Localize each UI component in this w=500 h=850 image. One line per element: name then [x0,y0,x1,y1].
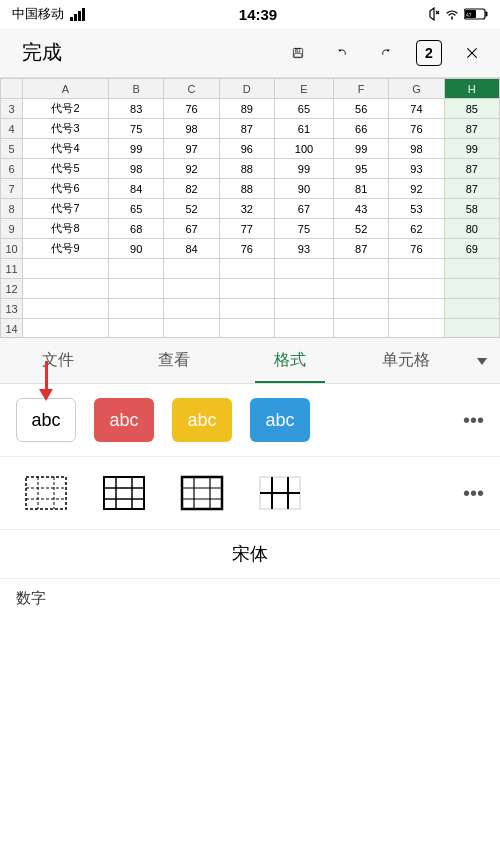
table-cell[interactable] [389,279,444,299]
table-cell[interactable] [23,299,109,319]
table-cell[interactable]: 代号2 [23,99,109,119]
style-yellow-button[interactable]: abc [172,398,232,442]
table-cell[interactable] [274,259,333,279]
table-cell[interactable]: 67 [164,219,219,239]
table-cell[interactable]: 90 [274,179,333,199]
table-cell[interactable]: 100 [274,139,333,159]
table-cell[interactable]: 98 [164,119,219,139]
table-cell[interactable]: 81 [334,179,389,199]
table-cell[interactable] [109,259,164,279]
table-cell[interactable]: 88 [219,179,274,199]
table-cell[interactable]: 代号7 [23,199,109,219]
table-cell[interactable]: 68 [109,219,164,239]
table-cell[interactable]: 95 [334,159,389,179]
table-cell[interactable] [334,299,389,319]
table-cell[interactable]: 69 [444,239,499,259]
table-cell[interactable] [274,319,333,339]
table-cell[interactable]: 代号9 [23,239,109,259]
tab-文件[interactable]: 文件 [0,338,116,383]
table-cell[interactable]: 代号8 [23,219,109,239]
border-more-button[interactable]: ••• [463,482,484,505]
table-cell[interactable] [274,299,333,319]
table-cell[interactable]: 98 [109,159,164,179]
table-cell[interactable]: 99 [274,159,333,179]
table-cell[interactable]: 52 [164,199,219,219]
table-cell[interactable]: 80 [444,219,499,239]
table-cell[interactable] [219,299,274,319]
table-cell[interactable] [334,279,389,299]
table-cell[interactable]: 61 [274,119,333,139]
table-cell[interactable]: 65 [274,99,333,119]
table-cell[interactable]: 76 [164,99,219,119]
undo-button[interactable] [328,39,356,67]
table-cell[interactable]: 99 [109,139,164,159]
table-cell[interactable]: 87 [444,119,499,139]
close-button[interactable] [458,39,486,67]
table-cell[interactable] [23,259,109,279]
table-cell[interactable]: 93 [274,239,333,259]
table-cell[interactable]: 76 [219,239,274,259]
table-cell[interactable]: 97 [164,139,219,159]
table-cell[interactable] [164,299,219,319]
table-cell[interactable] [444,299,499,319]
table-cell[interactable]: 56 [334,99,389,119]
table-cell[interactable]: 77 [219,219,274,239]
border-inner-button[interactable] [94,471,154,515]
style-plain-button[interactable]: abc [16,398,76,442]
table-cell[interactable]: 96 [219,139,274,159]
table-cell[interactable]: 87 [444,179,499,199]
tab-单元格[interactable]: 单元格 [348,338,464,383]
table-cell[interactable] [444,259,499,279]
table-cell[interactable]: 84 [109,179,164,199]
table-cell[interactable]: 99 [444,139,499,159]
table-cell[interactable]: 85 [444,99,499,119]
table-cell[interactable] [389,299,444,319]
tab-格式[interactable]: 格式 [232,338,348,383]
table-cell[interactable]: 76 [389,119,444,139]
table-cell[interactable]: 76 [389,239,444,259]
table-cell[interactable]: 89 [219,99,274,119]
table-cell[interactable]: 53 [389,199,444,219]
table-cell[interactable] [164,259,219,279]
table-cell[interactable]: 67 [274,199,333,219]
table-cell[interactable]: 32 [219,199,274,219]
table-cell[interactable] [109,319,164,339]
table-cell[interactable] [23,319,109,339]
table-cell[interactable]: 65 [109,199,164,219]
table-cell[interactable] [389,319,444,339]
table-cell[interactable] [389,259,444,279]
table-cell[interactable] [274,279,333,299]
table-cell[interactable]: 82 [164,179,219,199]
table-cell[interactable]: 98 [389,139,444,159]
tab-查看[interactable]: 查看 [116,338,232,383]
table-cell[interactable]: 52 [334,219,389,239]
table-cell[interactable]: 93 [389,159,444,179]
table-cell[interactable]: 83 [109,99,164,119]
style-blue-button[interactable]: abc [250,398,310,442]
table-cell[interactable] [23,279,109,299]
table-cell[interactable] [109,279,164,299]
done-button[interactable]: 完成 [14,35,70,70]
table-cell[interactable]: 99 [334,139,389,159]
table-cell[interactable] [164,279,219,299]
table-cell[interactable]: 43 [334,199,389,219]
border-partial-button[interactable] [250,471,310,515]
table-cell[interactable]: 74 [389,99,444,119]
page-count-button[interactable]: 2 [416,40,442,66]
table-cell[interactable]: 87 [334,239,389,259]
table-cell[interactable]: 92 [389,179,444,199]
font-name-button[interactable]: 宋体 [232,542,268,566]
table-cell[interactable] [109,299,164,319]
table-cell[interactable]: 66 [334,119,389,139]
table-cell[interactable]: 58 [444,199,499,219]
border-all-button[interactable] [16,471,76,515]
border-outer-button[interactable] [172,471,232,515]
redo-button[interactable] [372,39,400,67]
style-more-button[interactable]: ••• [463,409,484,432]
table-cell[interactable]: 代号3 [23,119,109,139]
table-cell[interactable]: 88 [219,159,274,179]
style-red-button[interactable]: abc [94,398,154,442]
table-cell[interactable]: 代号5 [23,159,109,179]
table-cell[interactable] [334,259,389,279]
table-cell[interactable]: 75 [109,119,164,139]
